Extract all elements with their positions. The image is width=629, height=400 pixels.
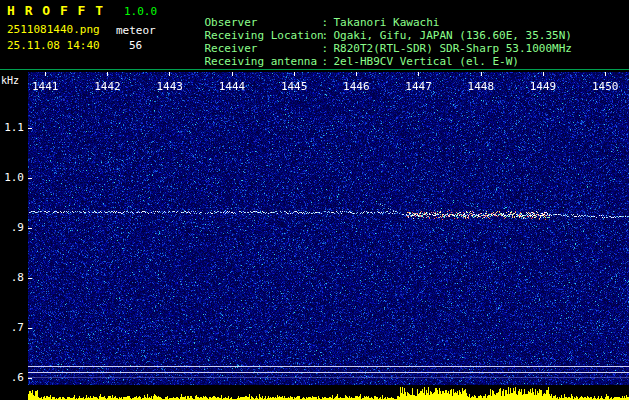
x-tick-label: 1450 [592, 80, 619, 93]
y-tick-label: 1.1 [0, 121, 24, 134]
y-tick-label: .8 [0, 271, 24, 284]
y-tick-label: .6 [0, 371, 24, 384]
x-tick-label: 1448 [468, 80, 495, 93]
x-tick-label: 1441 [32, 80, 59, 93]
y-tick-label: .7 [0, 321, 24, 334]
info-label: Receiving antenna [205, 55, 322, 68]
hrofft-window: H R O F F T 1.0.0 2511081440.png meteor … [0, 0, 629, 400]
y-axis-unit: kHz [1, 75, 19, 86]
x-tick-label: 1444 [219, 80, 246, 93]
y-tick-label: 1.0 [0, 171, 24, 184]
spectrogram-canvas [28, 72, 629, 400]
datetime-label: 25.11.08 14:40 [7, 39, 100, 52]
app-title: H R O F F T [7, 3, 104, 18]
info-value: 2el-HB9CV Vertical (el. E-W) [334, 55, 519, 68]
x-tick-label: 1443 [156, 80, 183, 93]
colon: : [322, 55, 334, 68]
x-tick-label: 1442 [94, 80, 121, 93]
mode-label: meteor [116, 24, 156, 37]
y-tick-label: .9 [0, 221, 24, 234]
output-filename: 2511081440.png [7, 23, 100, 36]
x-tick-label: 1449 [530, 80, 557, 93]
app-version: 1.0.0 [124, 5, 157, 18]
meteor-count: 56 [129, 39, 142, 52]
header-divider [0, 69, 629, 70]
x-tick-label: 1447 [405, 80, 432, 93]
x-tick-label: 1446 [343, 80, 370, 93]
x-tick-label: 1445 [281, 80, 308, 93]
